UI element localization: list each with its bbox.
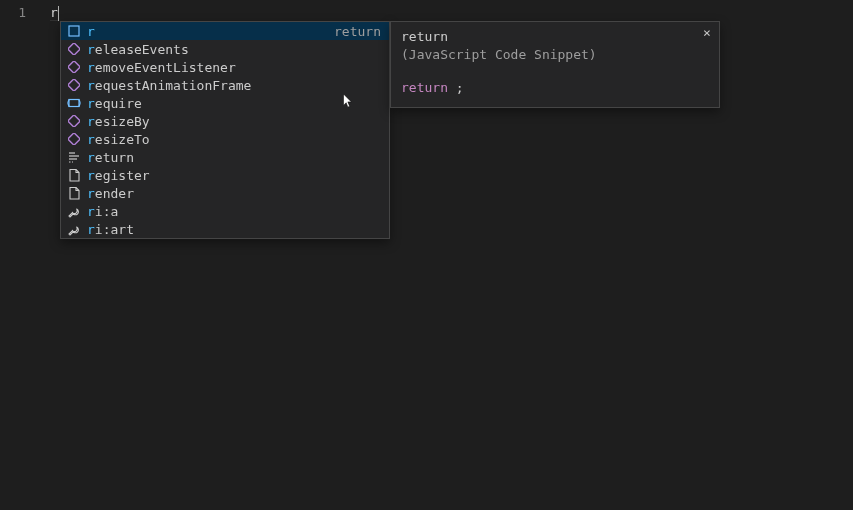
method-icon xyxy=(67,60,81,74)
method-icon xyxy=(67,78,81,92)
method-icon xyxy=(67,132,81,146)
variable-icon xyxy=(67,96,81,110)
suggestion-item[interactable]: ri:art xyxy=(61,220,389,238)
suggestion-label: ri:art xyxy=(87,222,383,237)
typed-text: r xyxy=(50,5,58,21)
suggestion-item[interactable]: removeEventListener xyxy=(61,58,389,76)
line-gutter: 1 xyxy=(0,0,40,510)
suggestion-item[interactable]: releaseEvents xyxy=(61,40,389,58)
code-area[interactable]: r xyxy=(50,4,59,22)
suggestion-item[interactable]: require xyxy=(61,94,389,112)
svg-rect-1 xyxy=(68,43,80,55)
svg-rect-0 xyxy=(69,26,79,36)
snippet-icon xyxy=(67,150,81,164)
line-number: 1 xyxy=(0,4,26,22)
suggestion-item[interactable]: return xyxy=(61,148,389,166)
detail-code-preview: return ; xyxy=(401,80,709,95)
svg-rect-4 xyxy=(69,100,79,107)
plain-token: ; xyxy=(448,80,464,95)
suggestion-label: require xyxy=(87,96,383,111)
code-editor[interactable]: 1 r rreturnreleaseEventsremoveEventListe… xyxy=(0,0,853,510)
suggestion-label: removeEventListener xyxy=(87,60,383,75)
autocomplete-popup[interactable]: rreturnreleaseEventsremoveEventListenerr… xyxy=(60,21,390,239)
close-icon[interactable]: × xyxy=(699,25,715,41)
suggestion-label: resizeTo xyxy=(87,132,383,147)
method-icon xyxy=(67,42,81,56)
svg-rect-3 xyxy=(68,79,80,91)
suggestion-item[interactable]: ri:a xyxy=(61,202,389,220)
suggestion-item[interactable]: register xyxy=(61,166,389,184)
tool-icon xyxy=(67,222,81,236)
keyword-token: return xyxy=(401,80,448,95)
suggestion-item[interactable]: resizeBy xyxy=(61,112,389,130)
code-line[interactable]: r xyxy=(50,4,59,22)
file-icon xyxy=(67,168,81,182)
file-icon xyxy=(67,186,81,200)
tool-icon xyxy=(67,204,81,218)
detail-title: return xyxy=(401,28,709,46)
suggestion-label: render xyxy=(87,186,383,201)
svg-rect-10 xyxy=(68,133,80,145)
suggestion-label: resizeBy xyxy=(87,114,383,129)
suggestion-label: ri:a xyxy=(87,204,383,219)
keyword-icon xyxy=(67,24,81,38)
suggestion-hint: return xyxy=(334,24,381,39)
suggestion-item[interactable]: render xyxy=(61,184,389,202)
suggestion-label: return xyxy=(87,150,383,165)
detail-subtitle: (JavaScript Code Snippet) xyxy=(401,46,709,64)
svg-rect-2 xyxy=(68,61,80,73)
suggestion-item[interactable]: requestAnimationFrame xyxy=(61,76,389,94)
text-cursor xyxy=(58,6,60,21)
suggestion-label: releaseEvents xyxy=(87,42,383,57)
suggestion-label: register xyxy=(87,168,383,183)
suggestion-detail-pane: × return (JavaScript Code Snippet) retur… xyxy=(390,21,720,108)
method-icon xyxy=(67,114,81,128)
suggestion-item[interactable]: rreturn xyxy=(61,22,389,40)
suggestion-item[interactable]: resizeTo xyxy=(61,130,389,148)
suggestion-label: requestAnimationFrame xyxy=(87,78,383,93)
svg-rect-9 xyxy=(68,115,80,127)
